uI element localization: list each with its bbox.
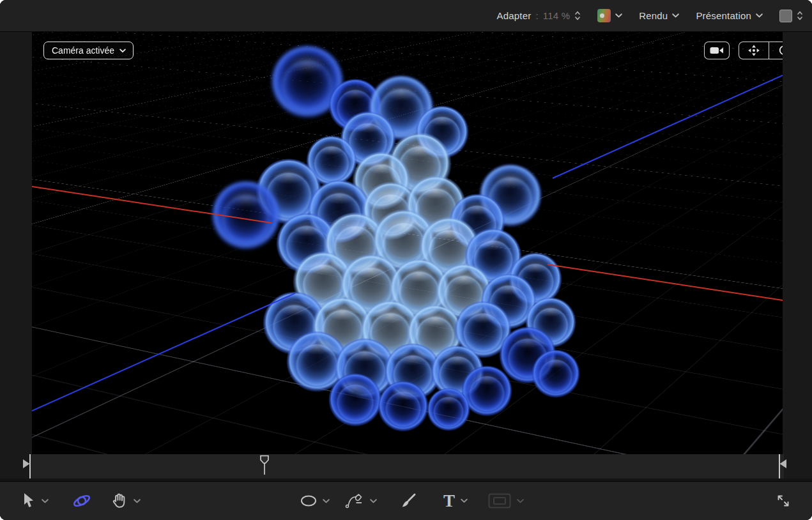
axis-line	[553, 75, 783, 178]
layout-swatch-icon	[779, 10, 792, 22]
hand-tool[interactable]	[111, 493, 141, 509]
scene-layer	[32, 32, 783, 454]
timeline-strip	[0, 454, 812, 478]
zoom-value: 114 %	[543, 10, 570, 21]
bubble	[532, 349, 580, 398]
gradient-dot-icon	[600, 13, 604, 18]
text-tool[interactable]: T	[443, 493, 468, 510]
zoom-control[interactable]: Adapter : 114 %	[496, 10, 581, 21]
ellipse-icon	[300, 494, 317, 507]
zoom-separator: :	[535, 10, 538, 21]
color-gradient-menu[interactable]	[597, 9, 622, 22]
transform-3d-icon	[72, 491, 92, 511]
paintbrush-icon	[400, 493, 417, 509]
workspace: Caméra activée	[0, 32, 812, 454]
chevron-down-icon	[615, 13, 622, 18]
presentation-menu[interactable]: Présentation	[696, 10, 763, 21]
stepper-icon	[574, 10, 581, 21]
rectangle-icon	[488, 493, 511, 509]
render-menu-label: Rendu	[639, 10, 668, 21]
motion-window: Adapter : 114 % Rendu Présentation	[0, 0, 812, 520]
bubble	[378, 381, 429, 432]
chevron-down-icon	[672, 13, 679, 18]
bubble	[427, 388, 470, 431]
select-arrow-tool[interactable]	[23, 493, 49, 509]
playhead[interactable]	[261, 456, 268, 475]
transform-3d-tool[interactable]	[72, 491, 92, 511]
camera-active-label: Caméra activée	[52, 45, 114, 56]
hand-icon	[111, 493, 128, 509]
chevron-down-icon	[134, 499, 141, 503]
orbit-icon	[777, 43, 783, 57]
chevron-down-icon	[42, 499, 49, 503]
camera-view-button[interactable]	[704, 42, 730, 59]
stepper-icon	[797, 10, 803, 21]
gradient-swatch-icon	[597, 9, 611, 22]
axis-line	[32, 293, 295, 411]
particle-bubbles	[211, 45, 580, 432]
expand-canvas-button[interactable]	[776, 493, 791, 509]
camcorder-icon	[709, 45, 724, 56]
camera-nav-group	[739, 42, 783, 59]
ellipse-shape-tool[interactable]	[300, 494, 330, 507]
in-point-marker[interactable]	[23, 459, 30, 468]
chevron-down-icon	[517, 499, 524, 503]
bubble	[328, 373, 382, 427]
canvas-3d-view[interactable]: Caméra activée	[32, 32, 783, 454]
zoom-label: Adapter	[496, 10, 531, 21]
camera-active-toggle[interactable]: Caméra activée	[43, 42, 134, 59]
pan-icon	[747, 43, 761, 57]
render-menu[interactable]: Rendu	[639, 10, 679, 21]
out-point-marker[interactable]	[780, 459, 787, 468]
bezier-pen-tool[interactable]	[345, 493, 377, 509]
text-tool-glyph: T	[443, 493, 455, 510]
pan-view-button[interactable]	[739, 42, 769, 59]
top-toolbar: Adapter : 114 % Rendu Présentation	[0, 0, 812, 32]
diagonal-resize-icon	[776, 493, 791, 509]
presentation-menu-label: Présentation	[696, 10, 751, 21]
chevron-down-icon	[370, 499, 377, 503]
rectangle-mask-tool[interactable]	[488, 493, 524, 509]
paintbrush-tool[interactable]	[400, 493, 417, 509]
chevron-down-icon	[461, 499, 468, 503]
bezier-pen-icon	[345, 493, 364, 509]
chevron-down-icon	[119, 49, 126, 53]
chevron-down-icon	[323, 499, 330, 503]
layout-menu[interactable]	[779, 10, 803, 22]
bottom-toolbar: T	[0, 481, 812, 520]
orbit-view-button[interactable]	[769, 42, 783, 59]
cursor-arrow-icon	[23, 493, 36, 509]
axis-line	[548, 264, 783, 300]
chevron-down-icon	[756, 13, 763, 18]
